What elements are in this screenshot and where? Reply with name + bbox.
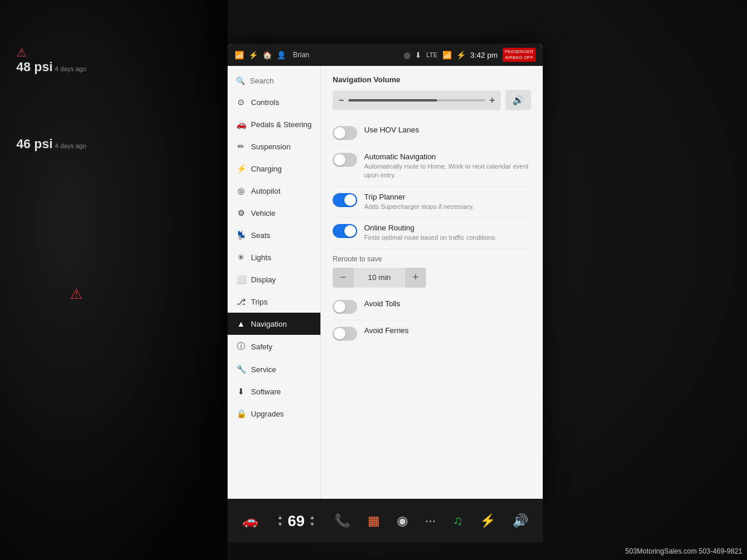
taskbar-grid[interactable]: ▦	[368, 513, 380, 528]
toggle-row-hov: Use HOV Lanes	[333, 120, 531, 146]
taskbar-circle[interactable]: ◉	[397, 513, 408, 528]
avoidferries-toggle[interactable]	[333, 327, 357, 341]
dots-icon: ···	[425, 513, 435, 528]
onlinerouting-toggle-knob	[344, 225, 356, 237]
hov-toggle-label: Use HOV Lanes	[364, 125, 531, 134]
car-icon: 🚗	[242, 513, 258, 528]
grid-icon: ▦	[368, 513, 380, 528]
sidebar-item-safety[interactable]: ⓘ Safety	[228, 335, 320, 358]
passenger-airbag-badge: PASSENGERAIRBAG OFF	[502, 48, 536, 61]
speaker-button[interactable]: 🔊	[505, 90, 531, 110]
toggle-row-tripplanner: Trip Planner Adds Supercharger stops if …	[333, 187, 531, 218]
status-left-icons: 📶 ⚡ 🏠 👤 Brian	[235, 51, 404, 60]
toggle-row-autonav: Automatic Navigation Automatically route…	[333, 146, 531, 187]
sidebar-item-suspension[interactable]: ✏ Suspension	[228, 135, 320, 158]
software-icon: ⬇	[236, 387, 246, 396]
onlinerouting-toggle-desc: Finds optimal route based on traffic con…	[364, 233, 531, 242]
seats-icon: 💺	[236, 230, 246, 240]
tire-pressure-rear: 46 psi 4 days ago	[12, 132, 91, 156]
target-icon: ◎	[404, 51, 410, 60]
search-icon: 🔍	[236, 76, 245, 85]
avoidferries-toggle-info: Avoid Ferries	[364, 326, 531, 336]
search-item[interactable]: 🔍 Search	[228, 71, 320, 91]
autonav-toggle-desc: Automatically route to Home, Work or nex…	[364, 162, 531, 180]
trips-label: Trips	[251, 298, 267, 306]
reroute-section: Reroute to save − 10 min +	[333, 249, 531, 293]
tripplanner-toggle-info: Trip Planner Adds Supercharger stops if …	[364, 192, 531, 211]
sidebar-item-trips[interactable]: ⎇ Trips	[228, 290, 320, 313]
sidebar-item-service[interactable]: 🔧 Service	[228, 358, 320, 380]
onlinerouting-toggle-label: Online Routing	[364, 223, 531, 232]
speed-down-arrow-r: ▼	[309, 521, 315, 527]
sidebar-item-autopilot[interactable]: ◎ Autopilot	[228, 180, 320, 202]
hov-toggle[interactable]	[333, 126, 357, 140]
sidebar-item-upgrades[interactable]: 🔒 Upgrades	[228, 402, 320, 425]
avoidferries-toggle-knob	[334, 328, 345, 340]
suspension-label: Suspension	[251, 142, 291, 151]
volume-minus-button[interactable]: −	[338, 95, 344, 106]
safety-icon: ⓘ	[236, 341, 246, 352]
seats-label: Seats	[251, 231, 270, 240]
lights-label: Lights	[251, 253, 271, 262]
wifi-icon: 📶	[442, 51, 452, 60]
tripplanner-toggle-desc: Adds Supercharger stops if necessary.	[364, 202, 531, 211]
upgrades-icon: 🔒	[236, 409, 246, 418]
speed-up-arrow-r: ▲	[309, 514, 315, 520]
reroute-minus-button[interactable]: −	[333, 268, 354, 288]
tripplanner-toggle[interactable]	[333, 193, 357, 207]
toggle-row-avoidtolls: Avoid Tolls	[333, 293, 531, 320]
taskbar-phone[interactable]: 📞	[334, 513, 350, 528]
taskbar-car[interactable]: 🚗	[242, 513, 258, 528]
taskbar-bluetooth[interactable]: ⚡	[480, 513, 495, 528]
sidebar-item-vehicle[interactable]: ⚙ Vehicle	[228, 202, 320, 224]
sidebar-item-pedals[interactable]: 🚗 Pedals & Steering	[228, 113, 320, 135]
taskbar: 🚗 ▲ ▼ 69 ▲ ▼ 📞 ▦ ◉ ··· ♫ ⚡ 🔊	[228, 499, 543, 542]
signal-icon: 📶	[235, 51, 244, 60]
tripplanner-toggle-knob	[344, 194, 356, 206]
pedals-label: Pedals & Steering	[251, 120, 312, 129]
volume-slider-track[interactable]	[348, 99, 484, 102]
suspension-icon: ✏	[236, 142, 246, 151]
user-icon: 👤	[277, 51, 286, 60]
onlinerouting-toggle[interactable]	[333, 224, 357, 238]
volume-section-title: Navigation Volume	[333, 75, 531, 84]
spotify-icon: ♫	[453, 513, 463, 528]
speed-down-arrow: ▼	[277, 521, 283, 527]
sidebar-item-lights[interactable]: ✳ Lights	[228, 246, 320, 268]
vehicle-label: Vehicle	[251, 209, 275, 218]
autonav-toggle-label: Automatic Navigation	[364, 152, 531, 161]
speaker-taskbar-icon: 🔊	[512, 513, 528, 528]
volume-slider-container: − +	[333, 90, 501, 110]
download-icon: ⬇	[415, 51, 421, 60]
volume-control: − + 🔊	[333, 90, 531, 110]
volume-plus-button[interactable]: +	[490, 95, 495, 106]
home-icon: 🏠	[263, 51, 272, 60]
display-icon: ⬜	[236, 275, 246, 284]
taskbar-spotify[interactable]: ♫	[453, 513, 463, 528]
warning-icon: ⚠	[70, 286, 83, 302]
controls-label: Controls	[251, 98, 279, 107]
speed-up-arrow: ▲	[277, 514, 283, 520]
sidebar-item-display[interactable]: ⬜ Display	[228, 268, 320, 290]
controls-icon: ⊙	[236, 97, 246, 107]
left-instrument-cluster: ⚠ 48 psi 4 days ago 46 psi 4 days ago	[0, 0, 228, 560]
sidebar-item-navigation[interactable]: ▲ Navigation	[228, 313, 320, 335]
reroute-plus-button[interactable]: +	[405, 268, 426, 288]
taskbar-speaker[interactable]: 🔊	[512, 513, 528, 528]
volume-slider-fill	[348, 99, 437, 102]
autonav-toggle[interactable]	[333, 153, 357, 167]
sidebar-item-charging[interactable]: ⚡ Charging	[228, 158, 320, 180]
phone-icon: 📞	[334, 513, 350, 528]
sidebar-item-controls[interactable]: ⊙ Controls	[228, 91, 320, 113]
charging-label: Charging	[251, 164, 282, 173]
sidebar-item-software[interactable]: ⬇ Software	[228, 380, 320, 402]
service-icon: 🔧	[236, 365, 246, 374]
taskbar-speed[interactable]: ▲ ▼ 69 ▲ ▼	[275, 513, 317, 528]
upgrades-label: Upgrades	[251, 410, 284, 418]
taskbar-dots[interactable]: ···	[425, 513, 435, 528]
sidebar-item-seats[interactable]: 💺 Seats	[228, 224, 320, 246]
reroute-label: Reroute to save	[333, 255, 531, 263]
avoidtolls-toggle[interactable]	[333, 300, 357, 314]
service-label: Service	[251, 365, 276, 374]
status-bar: 📶 ⚡ 🏠 👤 Brian ◎ ⬇ LTE 📶 ⚡ 3:42 pm PASSEN…	[228, 44, 543, 66]
